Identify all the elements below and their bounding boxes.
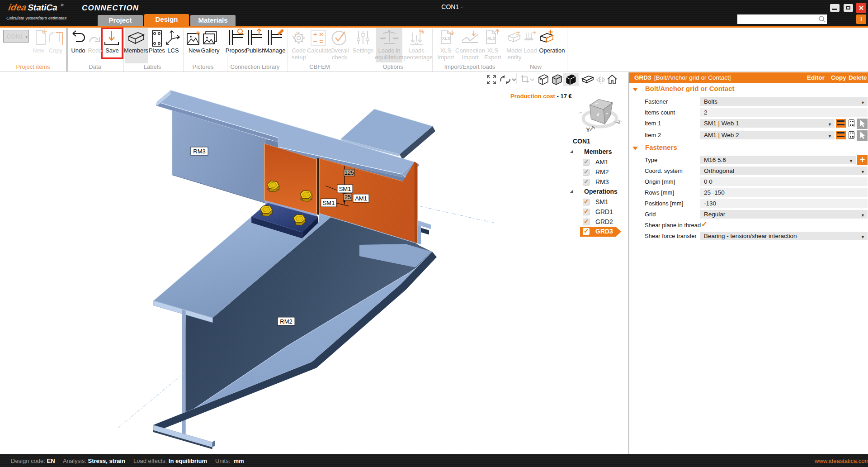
svg-text:RM2: RM2	[280, 318, 292, 325]
svg-text:idea: idea	[8, 2, 28, 12]
svg-text:®: ®	[61, 3, 64, 7]
svg-text:XLS: XLS	[487, 36, 495, 41]
svg-text:Y: Y	[586, 126, 590, 133]
svg-text:%: %	[419, 28, 425, 35]
svg-text:XLS: XLS	[442, 36, 450, 41]
svg-text:Calculate yesterday's estimate: Calculate yesterday's estimates	[6, 15, 67, 20]
svg-text:CONNECTION: CONNECTION	[82, 4, 139, 12]
svg-text:StatiCa: StatiCa	[27, 3, 58, 12]
